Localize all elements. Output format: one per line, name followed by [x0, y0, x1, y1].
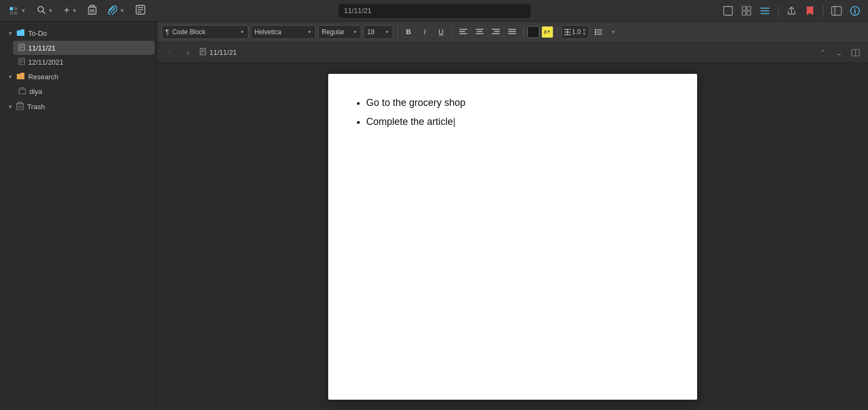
note-doc-icon	[200, 48, 206, 57]
align-left-btn[interactable]	[456, 25, 470, 39]
diya-label: diya	[29, 87, 42, 96]
list-chevron: ▼	[611, 29, 616, 35]
svg-rect-38	[19, 89, 25, 94]
italic-btn[interactable]: I	[418, 25, 432, 39]
list-chevron-btn[interactable]: ▼	[607, 25, 621, 39]
new-note-btn[interactable]: + ▼	[61, 3, 80, 18]
note-header: ‹ › 11/11/21 ⌃ ⌄	[157, 42, 868, 63]
list-btn[interactable]	[591, 25, 605, 39]
svg-point-67	[595, 33, 596, 35]
editor-area[interactable]: Go to the grocery shop Complete the arti…	[157, 63, 868, 410]
sidebar-group-research[interactable]: ▼ Research	[2, 70, 155, 84]
view-grid-btn[interactable]	[739, 3, 754, 18]
weight-select[interactable]: Regular ▼	[318, 25, 361, 39]
svg-rect-25	[832, 7, 841, 15]
window-control-btn[interactable]: ▼	[5, 4, 29, 18]
share-btn[interactable]	[784, 3, 799, 18]
research-chevron: ▼	[8, 74, 13, 80]
svg-point-65	[595, 31, 596, 33]
note-page: Go to the grocery shop Complete the arti…	[328, 74, 697, 400]
line-height-icon	[564, 28, 571, 36]
search-icon	[37, 5, 46, 16]
size-select[interactable]: 18 ▼	[363, 25, 393, 39]
split-view-btn[interactable]	[848, 46, 863, 60]
align-justify-btn[interactable]	[505, 25, 519, 39]
note-content[interactable]: Go to the grocery shop Complete the arti…	[355, 96, 670, 129]
sidebar-group-trash[interactable]: ▼ Trash	[2, 99, 155, 115]
block-type-label: Code Block	[172, 28, 237, 36]
note-list: Go to the grocery shop Complete the arti…	[355, 96, 670, 129]
sidebar-note-2[interactable]: 12/11/2021	[13, 55, 155, 70]
trash-folder-icon	[16, 102, 24, 112]
bold-btn[interactable]: B	[401, 25, 416, 39]
svg-rect-21	[747, 11, 751, 15]
collapse-up-btn[interactable]: ⌃	[816, 46, 830, 60]
highlight-chevron: ▼	[547, 29, 551, 34]
list-control: ▼	[591, 25, 621, 39]
svg-rect-1	[14, 7, 17, 10]
mask-btn[interactable]	[829, 3, 844, 18]
trash-chevron: ▼	[8, 104, 13, 110]
panel-container: ¶ Code Block ▼ Helvetica ▼ Regular ▼ 18 …	[157, 22, 868, 410]
block-type-select[interactable]: ¶ Code Block ▼	[162, 25, 248, 39]
list-item-1: Go to the grocery shop	[366, 96, 670, 110]
weight-label: Regular	[322, 28, 350, 36]
view-controls: ⌃ ⌄	[816, 46, 863, 60]
search-bar: 11/11/21	[339, 4, 531, 18]
bookmark-btn[interactable]	[802, 3, 818, 18]
view-single-btn[interactable]	[720, 3, 736, 18]
window-icon	[9, 6, 18, 16]
italic-label: I	[424, 28, 426, 36]
search-bar-text: 11/11/21	[344, 7, 372, 15]
attachment-btn[interactable]: ▼	[104, 3, 128, 18]
todo-label: To-Do	[28, 29, 47, 37]
nav-forward-btn[interactable]: ›	[181, 46, 195, 60]
svg-rect-20	[742, 11, 746, 15]
todo-chevron: ▼	[8, 30, 13, 36]
bold-label: B	[406, 28, 411, 36]
sidebar-note-1[interactable]: 11/11/21	[13, 41, 155, 55]
sidebar-diya[interactable]: diya	[13, 84, 155, 99]
svg-line-5	[43, 11, 45, 14]
diya-icon	[18, 87, 26, 96]
svg-rect-0	[10, 7, 13, 10]
size-label: 18	[367, 28, 382, 36]
block-type-chevron: ▼	[240, 29, 245, 35]
font-label: Helvetica	[254, 28, 305, 36]
compose-btn[interactable]	[132, 3, 149, 18]
list-item-1-text: Go to the grocery shop	[366, 97, 465, 108]
top-toolbar: ▼ ▼ + ▼ ▼ 11/11/21	[0, 0, 868, 22]
svg-rect-18	[742, 7, 746, 10]
underline-label: U	[438, 28, 443, 36]
note-1-label: 11/11/21	[28, 44, 56, 52]
sidebar-group-todo[interactable]: ▼ To-Do	[2, 26, 155, 41]
line-height-control[interactable]: 1.0 ▲ ▼	[561, 25, 589, 39]
align-center-btn[interactable]	[473, 25, 487, 39]
main-content: ▼ To-Do 11/11/21 12/11/2021 ▼	[0, 22, 868, 410]
text-color-swatch[interactable]	[527, 26, 539, 38]
align-right-btn[interactable]	[489, 25, 503, 39]
search-btn[interactable]: ▼	[34, 3, 56, 18]
line-height-arrows[interactable]: ▲ ▼	[582, 28, 586, 36]
weight-chevron: ▼	[353, 29, 358, 35]
paragraph-icon: ¶	[165, 28, 169, 36]
note-1-icon	[18, 43, 25, 52]
trash-icon	[88, 5, 97, 16]
nav-back-btn[interactable]: ‹	[163, 46, 177, 60]
delete-btn[interactable]	[85, 3, 100, 18]
view-list-btn[interactable]	[757, 3, 773, 18]
underline-btn[interactable]: U	[434, 25, 448, 39]
size-chevron: ▼	[385, 29, 390, 35]
note-2-icon	[18, 58, 25, 67]
right-icons	[720, 3, 863, 18]
font-select[interactable]: Helvetica ▼	[251, 25, 316, 39]
sidebar: ▼ To-Do 11/11/21 12/11/2021 ▼	[0, 22, 157, 410]
sidebar-research-children: diya	[0, 84, 157, 99]
svg-point-63	[595, 29, 596, 30]
attachment-icon	[107, 5, 117, 16]
collapse-down-btn[interactable]: ⌄	[832, 46, 846, 60]
highlight-color-swatch[interactable]: a ▼	[541, 26, 553, 38]
info-btn[interactable]	[847, 3, 863, 18]
format-toolbar: ¶ Code Block ▼ Helvetica ▼ Regular ▼ 18 …	[157, 22, 868, 42]
line-height-down[interactable]: ▼	[582, 32, 586, 36]
